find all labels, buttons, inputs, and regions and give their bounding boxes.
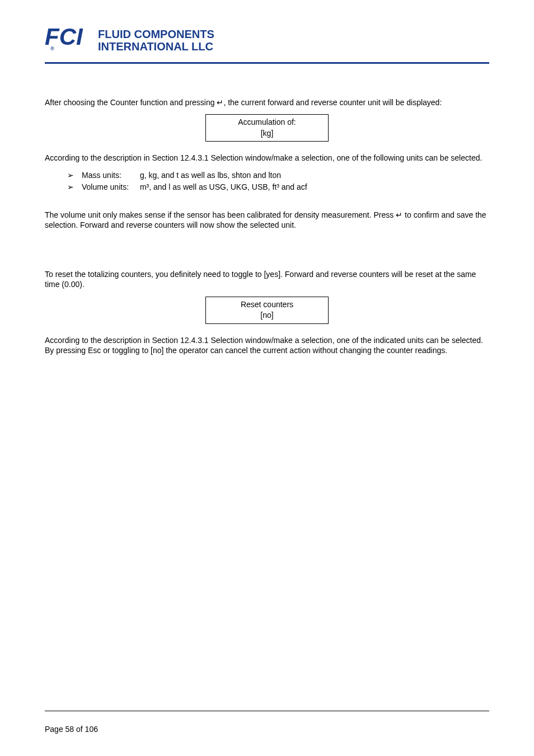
paragraph-1: After choosing the Counter function and …	[45, 97, 489, 107]
display-box-line1: Accumulation of:	[210, 117, 324, 128]
bullet-icon: ➢	[67, 170, 74, 181]
list-item: ➢ Mass units: g, kg, and t as well as lb…	[67, 170, 489, 181]
list-item: ➢ Volume units: m³, and l as well as USG…	[67, 182, 489, 193]
paragraph-5: According to the description in Section …	[45, 335, 489, 355]
header-divider	[45, 62, 489, 64]
paragraph-4: To reset the totalizing counters, you de…	[45, 269, 489, 289]
company-logo: FCI ® FLUID COMPONENTS INTERNATIONAL LLC	[45, 22, 489, 58]
footer-divider	[45, 711, 489, 711]
page-number: Page 58 of 106	[45, 725, 98, 734]
display-box-line2: [no]	[210, 310, 324, 321]
display-box-reset: Reset counters [no]	[205, 297, 329, 324]
bullet-text: m³, and l as well as USG, UKG, USB, ft³ …	[140, 182, 307, 191]
units-list: ➢ Mass units: g, kg, and t as well as lb…	[67, 170, 489, 193]
logo-svg: FCI ® FLUID COMPONENTS INTERNATIONAL LLC	[45, 22, 224, 56]
logo-line1: FLUID COMPONENTS	[98, 28, 214, 40]
display-box-line1: Reset counters	[210, 299, 324, 311]
svg-text:®: ®	[50, 46, 54, 51]
paragraph-3: The volume unit only makes sense if the …	[45, 210, 489, 230]
bullet-label: Volume units:	[82, 182, 138, 193]
bullet-label: Mass units:	[82, 170, 138, 181]
display-box-accumulation: Accumulation of: [kg]	[205, 114, 329, 142]
bullet-icon: ➢	[67, 182, 74, 193]
logo-line2: INTERNATIONAL LLC	[98, 40, 213, 53]
bullet-text: g, kg, and t as well as lbs, shton and l…	[140, 171, 281, 180]
paragraph-2: According to the description in Section …	[45, 153, 489, 163]
display-box-line2: [kg]	[210, 128, 324, 139]
